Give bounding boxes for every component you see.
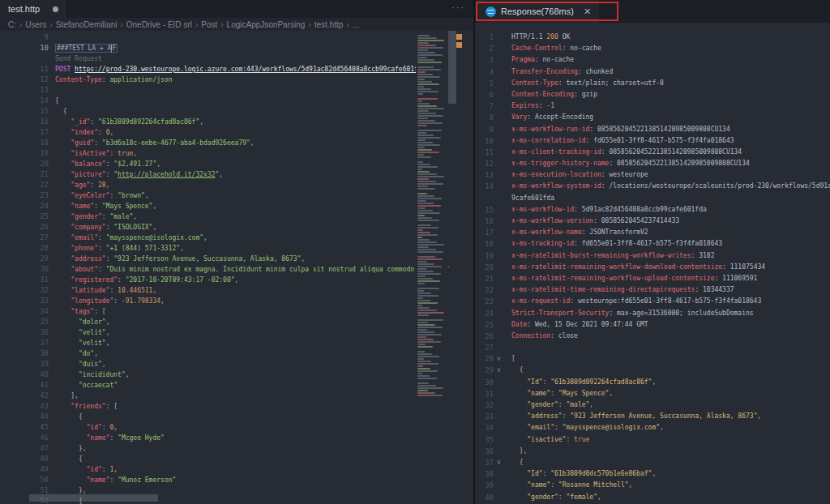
code-line[interactable]: 23x-ms-request-id: westeurope:fd655e01-3… [475, 296, 830, 307]
breadcrumb-item[interactable]: test.http [314, 20, 344, 29]
breadcrumb-item[interactable]: StefanoDemiliani [56, 20, 118, 29]
code-line[interactable]: 48 { [0, 454, 473, 464]
code-line[interactable]: 26Connection: close [475, 331, 830, 342]
breadcrumb-item[interactable]: C: [8, 20, 16, 29]
code-line[interactable]: 29 "address": "923 Jefferson Avenue, Suc… [0, 254, 473, 264]
code-line[interactable]: 9 [0, 32, 473, 43]
code-line[interactable]: 20 "balance": "$2,491.27", [0, 159, 473, 169]
breadcrumb-item[interactable]: ... [353, 20, 359, 29]
code-line[interactable]: 34 "tags": [ [0, 306, 473, 317]
code-line[interactable]: 38 "Id": "61b3809d0dc570b1e6e86baf", [475, 468, 830, 480]
code-line[interactable]: 23 "eyeColor": "brown", [0, 190, 473, 201]
code-line[interactable]: 17x-ms-workflow-name: JSONTransformV2 [475, 227, 830, 238]
breadcrumb-item[interactable]: OneDrive - EID srl [126, 20, 192, 29]
code-line[interactable]: 37∨ { [475, 457, 830, 468]
breadcrumb-item[interactable]: LogicAppJsonParsing [227, 20, 306, 29]
code-line[interactable]: 36 "velit", [0, 327, 473, 338]
code-line[interactable]: 29∨ { [475, 365, 830, 376]
code-line[interactable]: 17 "index": 0, [0, 127, 473, 138]
code-line[interactable]: 13x-ms-execution-location: westeurope [475, 169, 830, 181]
vertical-scrollbar[interactable] [448, 31, 456, 104]
send-request-codelens[interactable]: Send Request [55, 55, 102, 62]
code-line[interactable]: 16x-ms-workflow-version: 085856204542374… [475, 216, 830, 227]
code-line[interactable]: 39 "duis", [0, 359, 473, 369]
code-line[interactable]: 28∨[ [475, 353, 830, 365]
code-line[interactable]: 19 "isActive": true, [0, 148, 473, 159]
code-line[interactable]: 22x-ms-ratelimit-time-remaining-directap… [475, 284, 830, 296]
code-line[interactable]: 26 "company": "ISOLOGIX", [0, 222, 473, 233]
response-editor[interactable]: 1HTTP/1.1 200 OK2Cache-Control: no-cache… [475, 23, 830, 504]
code-line[interactable]: 18x-ms-tracking-id: fd655e01-3ff8-4617-b… [475, 238, 830, 250]
code-line[interactable]: 44 { [0, 412, 473, 422]
code-line[interactable]: 21x-ms-ratelimit-remaining-workflow-uplo… [475, 273, 830, 284]
code-line[interactable]: 39 "name": "Rosanne Mitchell", [475, 480, 830, 491]
code-line[interactable]: 1HTTP/1.1 200 OK [475, 32, 830, 43]
code-line[interactable]: 10###TEST LA + AF [0, 43, 473, 53]
horizontal-scrollbar[interactable] [29, 494, 158, 502]
code-line[interactable]: 40 "gender": "female", [475, 492, 830, 503]
code-line[interactable]: 14[ [0, 96, 473, 106]
code-line[interactable]: 9cafe601fda [475, 193, 830, 204]
code-line[interactable]: 11x-ms-client-tracking-id: 0858562045221… [475, 147, 830, 158]
code-line[interactable]: 9x-ms-workflow-run-id: 08585620452213851… [475, 124, 830, 135]
code-line[interactable]: 6Content-Encoding: gzip [475, 89, 830, 100]
tab-test-http[interactable]: test.http [0, 0, 67, 18]
code-line[interactable]: 15 { [0, 106, 473, 117]
code-line[interactable]: 49 "id": 1, [0, 464, 473, 475]
code-line[interactable]: 18 "guid": "b3d6a18c-eebe-4677-aba4-bdad… [0, 138, 473, 148]
code-line[interactable]: 35 "dolor", [0, 317, 473, 327]
code-line[interactable]: 46 "name": "Mcgee Hyde" [0, 433, 473, 443]
code-line[interactable]: 31 "registered": "2017-10-20T09:43:17 -0… [0, 275, 473, 285]
code-line[interactable]: 47 }, [0, 443, 473, 454]
minimap[interactable] [416, 32, 448, 504]
code-line[interactable]: 3Pragma: no-cache [475, 54, 830, 66]
code-line[interactable]: 38 "do", [0, 348, 473, 359]
code-line[interactable]: 43 "friends": [ [0, 401, 473, 412]
code-line[interactable]: 27 [475, 342, 830, 353]
code-line[interactable]: 12x-ms-trigger-history-name: 08585620452… [475, 158, 830, 169]
code-line[interactable]: 50 "name": "Munoz Emerson" [0, 475, 473, 485]
code-line[interactable]: 30 "Id": "61b3809d892264cfad8ac86f", [475, 377, 830, 388]
code-line[interactable]: 45 "id": 0, [0, 422, 473, 433]
http-file-editor[interactable]: 910###TEST LA + AFSend Request11POST htt… [0, 31, 473, 504]
code-line[interactable]: 32 "latitude": 10.446511, [0, 285, 473, 296]
code-line[interactable]: 33 "address": "923 Jefferson Avenue, Suc… [475, 411, 830, 422]
code-line[interactable]: 34 "email": "maysspence@isologix.com", [475, 422, 830, 434]
code-line[interactable]: 2Cache-Control: no-cache [475, 43, 830, 54]
code-line[interactable]: 31 "name": "Mays Spence", [475, 388, 830, 399]
editor-actions-ellipsis-icon[interactable]: ··· [451, 2, 465, 12]
code-line[interactable]: 15x-ms-workflow-id: 5d91ac82d456408a8ccb… [475, 204, 830, 216]
code-line[interactable]: 40 "incididunt", [0, 369, 473, 380]
code-line[interactable]: 24Strict-Transport-Security: max-age=315… [475, 308, 830, 319]
code-line[interactable]: 13 [0, 85, 473, 96]
codelens-row[interactable]: Send Request [0, 53, 473, 64]
code-line[interactable]: 14x-ms-workflow-system-id: /locations/we… [475, 181, 830, 192]
tab-response[interactable]: Response(768ms) ✕ [477, 0, 599, 23]
code-line[interactable]: 33 "longitude": -91.798334, [0, 296, 473, 306]
code-line[interactable]: 7Expires: -1 [475, 100, 830, 112]
code-line[interactable]: 16 "_id": "61b3809d892264cfad8ac86f", [0, 117, 473, 127]
code-line[interactable]: 42 ], [0, 391, 473, 401]
code-line[interactable]: 25 "gender": "male", [0, 211, 473, 222]
code-line[interactable]: 25Date: Wed, 15 Dec 2021 09:47:44 GMT [475, 319, 830, 331]
code-line[interactable]: 37 "velit", [0, 338, 473, 348]
code-line[interactable]: 19x-ms-ratelimit-burst-remaining-workflo… [475, 250, 830, 262]
code-line[interactable]: 5Content-Type: text/plain; charset=utf-8 [475, 78, 830, 89]
code-line[interactable]: 20x-ms-ratelimit-remaining-workflow-down… [475, 262, 830, 273]
code-line[interactable]: 8Vary: Accept-Encoding [475, 112, 830, 123]
code-line[interactable]: 12Content-Type: application/json [0, 75, 473, 85]
breadcrumb-item[interactable]: Users [25, 20, 46, 29]
code-line[interactable]: 30 "about": "Duis minim nostrud ex magna… [0, 264, 473, 275]
code-line[interactable]: 24 "name": "Mays Spence", [0, 201, 473, 211]
code-line[interactable]: 21 "picture": "http://placehold.it/32x32… [0, 169, 473, 180]
code-line[interactable]: 22 "age": 28, [0, 180, 473, 190]
code-line[interactable]: 28 "phone": "+1 (844) 571-3312", [0, 243, 473, 254]
code-line[interactable]: 27 "email": "maysspence@isologix.com", [0, 233, 473, 243]
breadcrumb-item[interactable]: Post [201, 20, 217, 29]
fold-chevron-icon[interactable]: ∨ [494, 365, 504, 376]
fold-chevron-icon[interactable]: ∨ [494, 353, 504, 365]
code-line[interactable]: 35 "isactive": true [475, 434, 830, 446]
code-line[interactable]: 10x-ms-correlation-id: fd655e01-3ff8-461… [475, 135, 830, 147]
code-line[interactable]: 11POST https://prod-230.westeurope.logic… [0, 64, 473, 75]
code-line[interactable]: 41 "occaecat" [0, 380, 473, 391]
